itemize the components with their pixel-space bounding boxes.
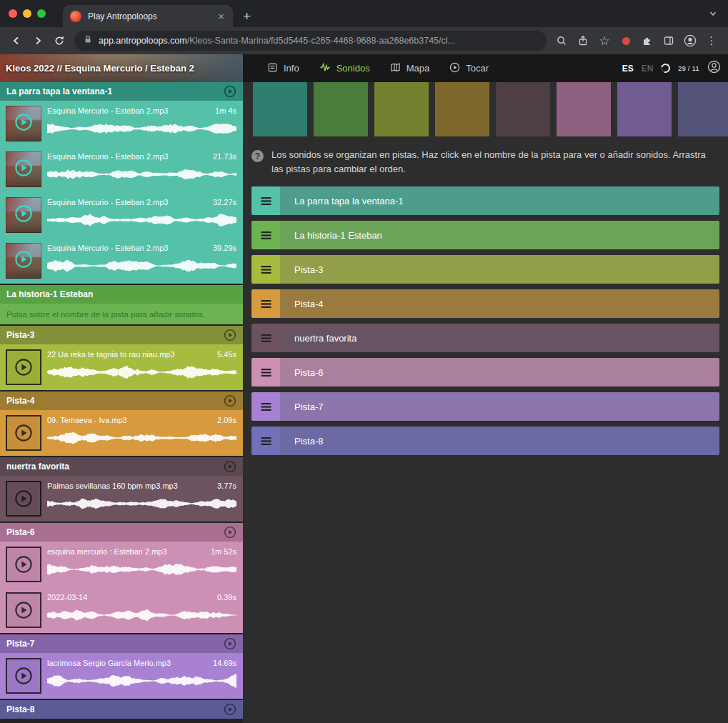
- track-row-label[interactable]: La historia-1 Esteban: [294, 230, 382, 241]
- track-play-button[interactable]: [224, 85, 236, 98]
- tab-mapa[interactable]: Mapa: [380, 54, 440, 82]
- track-play-button[interactable]: [224, 329, 236, 341]
- track-play-button[interactable]: [224, 394, 236, 407]
- recording-indicator-icon[interactable]: [615, 30, 637, 51]
- extensions-puzzle-icon[interactable]: [637, 30, 658, 51]
- track-color-swatch[interactable]: [678, 82, 728, 136]
- track-color-swatch[interactable]: [435, 82, 489, 136]
- sidebar-track-header[interactable]: Pista-8: [0, 700, 243, 719]
- clip-play-button[interactable]: [6, 592, 41, 628]
- share-icon[interactable]: [572, 30, 594, 51]
- sidebar-track-header[interactable]: La parra tapa la ventana-1: [0, 82, 243, 101]
- address-bar[interactable]: app.antropoloops.com/Kleos-Santa-Marina/…: [74, 31, 547, 51]
- clip-thumbnail[interactable]: [6, 197, 41, 233]
- account-icon[interactable]: [707, 60, 721, 76]
- track-row[interactable]: La parra tapa la ventana-1: [251, 186, 719, 215]
- zoom-icon[interactable]: [551, 30, 572, 51]
- minimize-window-button[interactable]: [23, 9, 31, 18]
- new-tab-button[interactable]: +: [243, 9, 251, 23]
- drag-handle-icon[interactable]: [251, 427, 280, 455]
- clip-waveform: [47, 256, 236, 276]
- clip-play-button[interactable]: [6, 658, 41, 694]
- clip-play-button[interactable]: [6, 481, 41, 517]
- clip-thumbnail[interactable]: [6, 106, 41, 141]
- track-row-label[interactable]: Pista-7: [294, 402, 323, 412]
- clip-thumbnail[interactable]: [6, 151, 41, 187]
- clip-play-button[interactable]: [6, 349, 41, 385]
- track-play-button[interactable]: [224, 526, 236, 539]
- fullscreen-window-button[interactable]: [37, 9, 46, 18]
- audio-clip[interactable]: esquina mercurio : Esteban 2.mp31m 52s: [0, 542, 243, 587]
- browser-menu-kebab-icon[interactable]: ⋮: [701, 30, 722, 51]
- waveform-icon: [319, 62, 331, 75]
- clip-play-button[interactable]: [6, 547, 41, 582]
- track-color-swatch[interactable]: [314, 82, 368, 136]
- track-row-label[interactable]: nuertra favorita: [294, 333, 356, 344]
- track-row[interactable]: Pista-3: [251, 255, 719, 284]
- audio-clip[interactable]: 09. Temaeva - Iva.mp32.09s: [0, 410, 243, 456]
- drag-handle-icon[interactable]: [251, 358, 280, 387]
- tab-info[interactable]: Info: [257, 54, 309, 82]
- track-row[interactable]: Pista-4: [251, 289, 719, 318]
- drag-handle-icon[interactable]: [251, 392, 280, 421]
- drag-handle-icon[interactable]: [251, 186, 280, 215]
- track-row[interactable]: Pista-8: [251, 427, 719, 455]
- clip-play-button[interactable]: [6, 415, 41, 451]
- track-row-label[interactable]: La parra tapa la ventana-1: [294, 196, 404, 206]
- track-row-label[interactable]: Pista-3: [294, 264, 323, 275]
- drag-handle-icon[interactable]: [251, 255, 280, 284]
- lang-en-button[interactable]: EN: [642, 64, 654, 74]
- track-row[interactable]: nuertra favorita: [251, 324, 719, 352]
- track-row-label[interactable]: Pista-8: [294, 436, 323, 447]
- drag-handle-icon[interactable]: [251, 221, 280, 249]
- sidebar-track-header[interactable]: Pista-6: [0, 523, 243, 542]
- sidebar-track-header[interactable]: Pista-7: [0, 634, 243, 653]
- bookmark-star-icon[interactable]: ☆: [594, 30, 615, 51]
- drag-handle-icon[interactable]: [251, 289, 280, 318]
- tab-sonidos[interactable]: Sonidos: [309, 54, 380, 82]
- tab-tocar-label: Tocar: [466, 63, 489, 74]
- reload-button[interactable]: [49, 30, 70, 51]
- track-play-button[interactable]: [224, 703, 236, 716]
- tab-tocar[interactable]: Tocar: [439, 54, 499, 82]
- track-row[interactable]: La historia-1 Esteban: [251, 221, 719, 249]
- sidebar-track-header[interactable]: Pista-3: [0, 326, 243, 344]
- audio-clip[interactable]: Palmas sevillanas 160 bpm mp3.mp33.77s: [0, 476, 243, 522]
- side-panel-icon[interactable]: [658, 30, 679, 51]
- clip-play-icon: [14, 250, 33, 271]
- track-color-swatch[interactable]: [253, 82, 307, 136]
- track-row[interactable]: Pista-6: [251, 358, 719, 387]
- tab-close-icon[interactable]: ×: [216, 10, 226, 22]
- audio-clip[interactable]: Esquina Mercurio - Esteban 2.mp332.27s: [0, 192, 243, 238]
- track-color-swatch[interactable]: [496, 82, 550, 136]
- track-play-button[interactable]: [224, 460, 236, 473]
- lock-icon[interactable]: [83, 34, 93, 47]
- browser-profile-avatar[interactable]: [679, 30, 701, 51]
- audio-clip[interactable]: Esquina Mercurio - Esteban 2.mp321.73s: [0, 146, 243, 192]
- track-color-swatch[interactable]: [617, 82, 672, 136]
- sidebar-track-name: Pista-6: [6, 527, 224, 537]
- track-play-button[interactable]: [224, 637, 236, 650]
- drag-handle-icon[interactable]: [251, 324, 280, 352]
- audio-clip[interactable]: 2022-03-140.39s: [0, 587, 243, 633]
- track-row-label[interactable]: Pista-4: [294, 299, 323, 309]
- clip-thumbnail[interactable]: [6, 243, 41, 279]
- audio-clip[interactable]: Esquina Mercurio - Esteban 2.mp339.29s: [0, 238, 243, 284]
- sidebar-track-header[interactable]: nuertra favorita: [0, 457, 243, 476]
- close-window-button[interactable]: [9, 9, 17, 18]
- track-color-swatch[interactable]: [557, 82, 611, 136]
- window-controls[interactable]: [0, 9, 56, 27]
- forward-button[interactable]: [27, 30, 49, 51]
- track-row-label[interactable]: Pista-6: [294, 367, 323, 378]
- tab-search-chevron-icon[interactable]: [708, 9, 718, 21]
- track-color-swatch[interactable]: [374, 82, 429, 136]
- lang-es-button[interactable]: ES: [622, 64, 634, 74]
- audio-clip[interactable]: 22 Ua reka te tagnia to rau niau.mp35.45…: [0, 344, 243, 390]
- back-button[interactable]: [6, 30, 27, 51]
- track-row[interactable]: Pista-7: [251, 392, 719, 421]
- sidebar-track-header[interactable]: Pista-4: [0, 392, 243, 410]
- browser-tab[interactable]: Play Antropoloops ×: [63, 5, 233, 27]
- audio-clip[interactable]: Esquina Mercurio - Esteban 2.mp31m 4s: [0, 101, 243, 146]
- sidebar-track-header[interactable]: La historia-1 Esteban: [0, 285, 243, 304]
- audio-clip[interactable]: lacrimosa Sergio García Merlo.mp314.69s: [0, 653, 243, 699]
